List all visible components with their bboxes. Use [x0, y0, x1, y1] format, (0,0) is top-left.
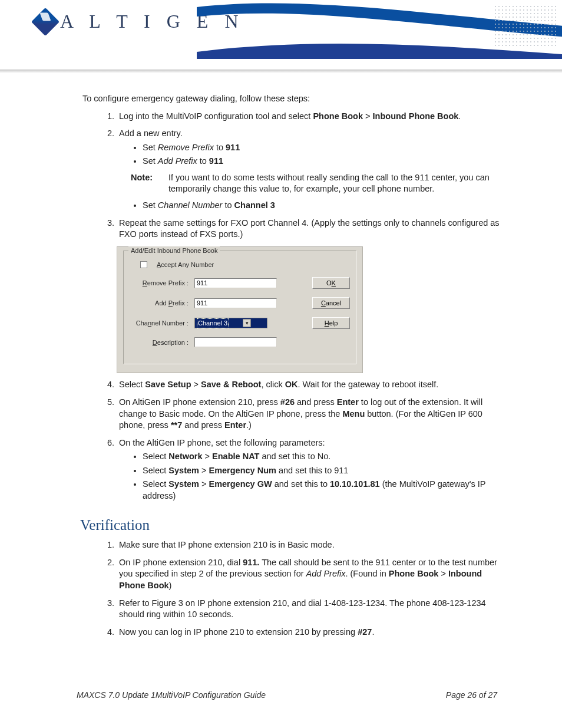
- footer-page: Page 26 of 27: [446, 690, 497, 700]
- accept-any-number-label: Accept Any Number: [157, 261, 214, 269]
- note-block: Note: If you want to do some tests witho…: [131, 172, 503, 195]
- brand-logo: A L T I G E N: [35, 11, 244, 32]
- verify-3: Refer to Figure 3 on IP phone extension …: [117, 598, 503, 621]
- logo-mark-icon: [31, 7, 59, 35]
- description-label: Description :: [130, 338, 189, 347]
- document-body: To configure emergency gateway dialing, …: [0, 73, 562, 638]
- remove-prefix-input[interactable]: [194, 278, 277, 288]
- note-label: Note:: [131, 172, 161, 195]
- channel-number-label: Channel Number :: [130, 319, 189, 328]
- verification-heading: Verification: [80, 515, 503, 535]
- step-2b: Set Add Prefix to 911: [143, 156, 503, 167]
- accept-any-number-checkbox[interactable]: [140, 261, 147, 268]
- chevron-down-icon: ▾: [243, 319, 251, 327]
- step-1: Log into the MultiVoIP configuration too…: [117, 111, 503, 123]
- note-text: If you want to do some tests without rea…: [168, 172, 503, 195]
- verify-4: Now you can log in IP phone 210 to exten…: [117, 627, 503, 638]
- channel-number-select[interactable]: Channel 3 ▾: [194, 318, 267, 328]
- help-button[interactable]: Help: [312, 317, 350, 329]
- add-prefix-input[interactable]: [194, 298, 277, 308]
- page-footer: MAXCS 7.0 Update 1MultiVoIP Configuratio…: [77, 690, 497, 700]
- verify-2: On IP phone extension 210, dial 911. The…: [117, 557, 503, 592]
- dot-grid-icon: [494, 5, 558, 47]
- remove-prefix-label: Remove Prefix :: [130, 279, 189, 288]
- brand-name: A L T I G E N: [60, 11, 244, 32]
- intro-text: To configure emergency gateway dialing, …: [82, 93, 503, 105]
- step-2c: Set Channel Number to Channel 3: [143, 200, 503, 212]
- inbound-phone-book-dialog: Add/Edit Inbound Phone Book Accept Any N…: [117, 246, 363, 374]
- step-3: Repeat the same settings for FXO port Ch…: [117, 218, 503, 241]
- step-6b: Select System > Emergency Num and set th…: [143, 465, 503, 477]
- footer-title: MAXCS 7.0 Update 1MultiVoIP Configuratio…: [77, 690, 266, 700]
- step-4: Select Save Setup > Save & Reboot, click…: [117, 379, 503, 391]
- cancel-button[interactable]: Cancel: [312, 297, 350, 309]
- step-5: On AltiGen IP phone extension 210, press…: [117, 397, 503, 431]
- ok-button[interactable]: OK: [312, 277, 350, 289]
- add-prefix-label: Add Prefix :: [130, 299, 189, 308]
- step-6a: Select Network > Enable NAT and set this…: [143, 451, 503, 463]
- document-header: A L T I G E N: [0, 0, 562, 66]
- step-6c: Select System > Emergency GW and set thi…: [143, 479, 503, 502]
- verify-1: Make sure that IP phone extension 210 is…: [117, 539, 503, 551]
- dialog-title: Add/Edit Inbound Phone Book: [128, 246, 220, 255]
- step-2: Add a new entry. Set Remove Prefix to 91…: [117, 128, 503, 211]
- description-input[interactable]: [194, 337, 277, 347]
- step-6: On the AltiGen IP phone, set the followi…: [117, 437, 503, 502]
- step-2a: Set Remove Prefix to 911: [143, 142, 503, 154]
